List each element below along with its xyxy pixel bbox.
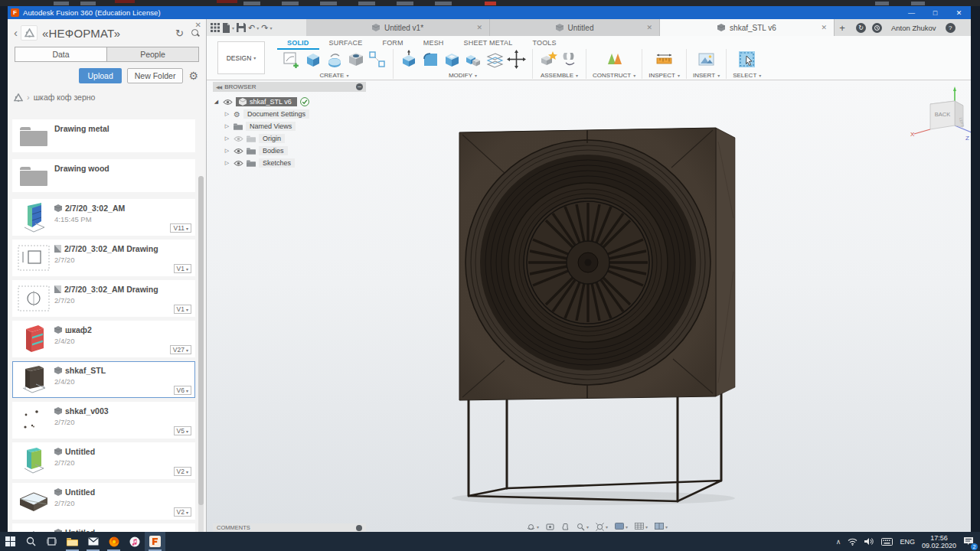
group-label[interactable]: INSPECT [648,72,675,79]
select-icon[interactable] [737,50,756,69]
new-component-icon[interactable] [539,50,558,69]
tree-node-origin[interactable]: ▷ Origin [213,132,366,145]
document-tab[interactable]: Untitled ✕ [490,19,660,36]
expander-icon[interactable]: ▷ [224,135,230,142]
visibility-eye-icon[interactable] [223,99,233,106]
keyboard-icon[interactable] [881,538,893,546]
new-folder-button[interactable]: New Folder [127,68,184,83]
comments-bar[interactable]: COMMENTS [213,523,366,532]
cabinet-model[interactable] [436,111,766,517]
tab-close-icon[interactable]: ✕ [821,24,827,31]
tab-surface[interactable]: SURFACE [319,37,373,50]
fillet-icon[interactable] [421,50,440,69]
window-titlebar[interactable]: F Autodesk Fusion 360 (Education License… [8,6,971,19]
version-dropdown[interactable]: V5▾ [174,426,191,435]
tab-mesh[interactable]: MESH [413,37,454,50]
tab-form[interactable]: FORM [372,37,413,50]
tab-data[interactable]: Data [15,47,106,61]
tab-close-icon[interactable]: ✕ [476,24,482,31]
group-label[interactable]: CREATE [320,72,345,79]
taskbar-clock[interactable]: 17:56 09.02.2020 [922,534,956,549]
tab-solid[interactable]: SOLID [277,37,319,50]
create-sketch-icon[interactable] [282,50,301,69]
redo-caret-icon[interactable]: ▾ [270,25,272,31]
visibility-eye-icon[interactable] [234,160,243,167]
undo-icon[interactable]: ↶ [248,23,255,33]
tree-node-label[interactable]: Named Views [246,122,296,131]
maximize-button[interactable]: □ [923,6,947,19]
action-center-icon[interactable]: 2 [963,535,974,549]
expander-icon[interactable]: ▷ [224,160,230,166]
data-panel-scrollbar[interactable] [198,176,204,536]
settings-gear-icon[interactable]: ⚙ [188,70,198,82]
tree-node-label[interactable]: Document Settings [243,109,309,119]
version-dropdown[interactable]: V2▾ [174,507,191,517]
tab-sheet-metal[interactable]: SHEET METAL [454,37,523,50]
tab-people[interactable]: People [106,47,198,61]
pattern-icon[interactable] [368,50,387,69]
collapse-panel-icon[interactable]: ◀◀ [216,84,221,90]
look-at-icon[interactable] [546,523,554,531]
search-icon[interactable] [191,29,200,37]
job-status-icon[interactable]: ↻ [856,23,866,33]
version-dropdown[interactable]: V1▾ [174,264,191,273]
list-item-drawing[interactable]: 2/7/20_3:02_AM Drawing 2/7/20 V1▾ [12,280,195,317]
revolve-icon[interactable] [325,50,344,69]
save-icon[interactable] [237,23,246,32]
list-item-design[interactable]: шкаф2 2/4/20 V27▾ [12,321,195,357]
breadcrumb[interactable]: › шкаф коф зерно [8,88,206,106]
list-item-design[interactable]: shkaf_v003 2/7/20 V5▾ [12,402,195,439]
zoom-icon[interactable]: ▾ [577,523,589,531]
offset-plane-icon[interactable] [485,50,505,69]
grid-settings-icon[interactable]: ▾ [635,523,648,530]
mail-icon[interactable] [83,532,103,551]
insert-image-icon[interactable] [697,50,716,69]
version-dropdown[interactable]: V6▾ [174,386,191,395]
measure-icon[interactable] [655,50,674,69]
joint-icon[interactable] [560,50,580,69]
version-dropdown[interactable]: V1▾ [174,305,191,314]
version-dropdown[interactable]: V2▾ [174,467,191,476]
file-explorer-icon[interactable] [62,532,83,551]
root-node-label[interactable]: shkaf_STL v6 [236,97,297,106]
list-item-design[interactable]: Untitled 2/7/20 V2▾ [12,442,195,479]
expander-icon[interactable]: ◢ [213,99,220,105]
document-tab[interactable]: Untitled v1* ✕ [306,19,490,36]
redo-icon[interactable]: ↷ [261,23,268,33]
help-icon[interactable]: ? [946,23,956,33]
visibility-eye-icon[interactable] [234,148,243,155]
combine-icon[interactable] [464,50,483,69]
tree-node-document-settings[interactable]: ▷ ⚙ Document Settings [213,108,366,120]
document-tab-active[interactable]: shkaf_STL v6 ✕ [660,19,835,36]
browser-header[interactable]: ◀◀ BROWSER – [213,82,366,92]
list-item-folder[interactable]: Drawing metal [12,119,195,152]
expander-icon[interactable]: ▷ [224,148,230,154]
list-item-design-selected[interactable]: shkaf_STL 2/4/20 V6▾ [12,361,195,398]
move-icon[interactable] [507,50,526,69]
expander-icon[interactable]: ▷ [224,111,230,117]
undo-caret-icon[interactable]: ▾ [256,25,259,31]
refresh-icon[interactable]: ↻ [175,28,184,39]
tree-node-label[interactable]: Bodies [259,146,288,155]
back-chevron-icon[interactable]: ‹ [14,26,18,39]
fit-icon[interactable]: ▾ [596,523,608,531]
volume-icon[interactable] [864,537,874,546]
workspace-selector[interactable]: DESIGN ▾ [217,41,265,74]
visibility-eye-off-icon[interactable] [234,135,243,142]
viewport-3d[interactable]: ◀◀ BROWSER – ◢ shkaf_STL v6 ▷ ⚙ Do [207,80,971,532]
group-label[interactable]: MODIFY [449,72,472,79]
tree-node-bodies[interactable]: ▷ Bodies [213,145,366,157]
file-menu-icon[interactable] [222,23,230,33]
hole-icon[interactable] [346,50,365,69]
fusion-taskbar-icon[interactable] [145,532,165,551]
expander-icon[interactable]: ▷ [224,123,230,129]
list-item-drawing[interactable]: 2/7/20_3:02_AM Drawing 2/7/20 V1▾ [12,240,195,276]
extrude-icon[interactable] [303,50,322,69]
pan-icon[interactable] [561,523,570,531]
upload-button[interactable]: Upload [79,68,121,83]
user-name[interactable]: Anton Zhukov [891,24,936,32]
shell-icon[interactable] [443,50,462,69]
display-settings-icon[interactable]: ▾ [615,523,628,530]
tab-tools[interactable]: TOOLS [522,37,566,50]
tree-node-root[interactable]: ◢ shkaf_STL v6 [213,96,366,108]
